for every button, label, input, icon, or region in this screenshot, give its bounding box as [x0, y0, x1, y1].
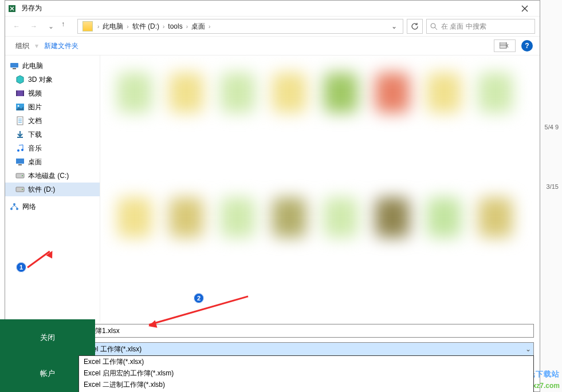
- svg-rect-7: [16, 90, 17, 96]
- window-title: 另存为: [21, 3, 513, 13]
- bg-date-1: 5/4 9: [545, 124, 559, 130]
- tree-item-label: 桌面: [28, 157, 42, 167]
- tree-item-label: 本地磁盘 (C:): [28, 171, 69, 181]
- chevron-right-icon: ›: [209, 23, 210, 30]
- nav-bar: ← → ⌄ ↑ › 此电脑 › 软件 (D:) › tools › 桌面 › ⌄…: [5, 17, 540, 36]
- view-mode-button[interactable]: [494, 39, 516, 52]
- svg-line-2: [435, 27, 437, 30]
- filetype-option[interactable]: Excel 工作簿(*.xlsx): [79, 356, 533, 367]
- breadcrumb-dropdown-icon[interactable]: ⌄: [388, 22, 400, 30]
- toolbar: 组织 ▾ 新建文件夹 ?: [5, 36, 540, 56]
- svg-rect-19: [18, 164, 22, 165]
- pc-icon: [10, 61, 19, 70]
- file-list-area[interactable]: [100, 56, 540, 322]
- bg-date-2: 3/15: [547, 183, 559, 190]
- back-button[interactable]: ←: [10, 19, 23, 33]
- tree-item-label: 文档: [28, 116, 42, 126]
- doc-icon: [15, 116, 25, 125]
- svg-rect-8: [23, 90, 24, 96]
- folder-icon: [82, 21, 93, 31]
- download-icon: [15, 130, 25, 139]
- svg-rect-6: [16, 90, 24, 96]
- chevron-right-icon: ›: [127, 23, 128, 30]
- annotation-badge-2: 2: [194, 293, 204, 303]
- background-panel: 5/4 9 3/15: [539, 0, 562, 392]
- chevron-right-icon: ›: [163, 23, 164, 30]
- svg-point-10: [18, 105, 19, 107]
- filetype-select[interactable]: Excel 工作簿(*.xlsx) ⌄: [77, 342, 534, 356]
- svg-rect-3: [500, 42, 506, 48]
- refresh-button[interactable]: [407, 19, 423, 34]
- video-icon: [15, 89, 25, 98]
- tree-item-label: 3D 对象: [28, 75, 53, 85]
- backstage-close[interactable]: 关闭: [0, 319, 95, 356]
- search-placeholder: 在 桌面 中搜索: [441, 22, 486, 31]
- annotation-badge-1: 1: [16, 262, 26, 272]
- tree-item[interactable]: 下载: [5, 128, 100, 141]
- search-icon: [430, 23, 438, 30]
- excel-icon: [9, 4, 18, 13]
- titlebar: 另存为: [5, 1, 540, 17]
- breadcrumb-seg[interactable]: tools: [167, 21, 183, 31]
- close-button[interactable]: [513, 2, 536, 15]
- breadcrumb-seg[interactable]: 软件 (D:): [131, 21, 160, 33]
- tree-item-label: 音乐: [28, 144, 42, 153]
- music-icon: [15, 144, 25, 153]
- svg-rect-5: [13, 68, 16, 69]
- svg-point-21: [22, 175, 23, 176]
- filetype-option[interactable]: Excel 启用宏的工作簿(*.xlsm): [79, 367, 533, 379]
- search-input[interactable]: 在 桌面 中搜索: [426, 19, 535, 34]
- chevron-right-icon: ›: [97, 23, 99, 30]
- recent-dropdown-icon[interactable]: ⌄: [44, 19, 58, 33]
- tree-item[interactable]: 桌面: [5, 155, 100, 169]
- breadcrumb[interactable]: › 此电脑 › 软件 (D:) › tools › 桌面 › ⌄: [77, 19, 403, 34]
- breadcrumb-seg[interactable]: 此电脑: [101, 21, 124, 33]
- help-button[interactable]: ?: [521, 40, 533, 52]
- tree-item-label: 下载: [28, 130, 42, 140]
- chevron-right-icon: ›: [186, 23, 188, 30]
- svg-point-25: [10, 208, 13, 210]
- tree-item-label: 图片: [28, 102, 42, 112]
- up-button[interactable]: ↑: [61, 20, 74, 33]
- network-icon: [10, 202, 19, 211]
- breadcrumb-seg[interactable]: 桌面: [190, 21, 206, 33]
- svg-rect-18: [16, 159, 24, 164]
- tree-item-label: 此电脑: [22, 61, 43, 71]
- chevron-down-icon: ▾: [35, 42, 38, 50]
- blurred-thumbnails: [106, 61, 534, 316]
- svg-point-17: [21, 149, 23, 151]
- tree-item[interactable]: 3D 对象: [5, 73, 100, 86]
- chevron-down-icon: ⌄: [525, 345, 531, 353]
- organize-menu[interactable]: 组织: [12, 39, 33, 53]
- new-folder-button[interactable]: 新建文件夹: [41, 39, 82, 53]
- tree-item-label: 软件 (D:): [28, 185, 55, 195]
- svg-point-24: [13, 203, 15, 205]
- desktop-icon: [15, 157, 25, 167]
- tree-item[interactable]: 软件 (D:): [5, 183, 100, 196]
- tree-item[interactable]: 音乐: [5, 141, 100, 155]
- forward-button[interactable]: →: [27, 19, 41, 33]
- svg-point-16: [17, 149, 19, 152]
- svg-point-1: [431, 23, 435, 28]
- tree-item[interactable]: 视频: [5, 86, 100, 100]
- tree-item-label: 网络: [22, 202, 36, 212]
- tree-item[interactable]: 此电脑: [5, 59, 100, 73]
- disk-icon: [15, 171, 25, 180]
- filetype-option[interactable]: Excel 二进制工作簿(*.xlsb): [79, 379, 533, 390]
- svg-rect-4: [10, 63, 18, 68]
- cube-icon: [15, 75, 25, 84]
- tree-item[interactable]: 网络: [5, 200, 100, 213]
- svg-point-26: [16, 208, 18, 210]
- tree-item[interactable]: 文档: [5, 114, 100, 128]
- filetype-dropdown[interactable]: Excel 工作簿(*.xlsx)Excel 启用宏的工作簿(*.xlsm)Ex…: [78, 355, 534, 392]
- tree-item[interactable]: 图片: [5, 100, 100, 114]
- picture-icon: [15, 102, 25, 112]
- disk-icon: [15, 185, 25, 194]
- svg-point-23: [22, 189, 23, 190]
- tree-item[interactable]: 本地磁盘 (C:): [5, 169, 100, 183]
- tree-item-label: 视频: [28, 89, 42, 98]
- folder-tree[interactable]: 此电脑3D 对象视频图片文档下载音乐桌面本地磁盘 (C:)软件 (D:)网络: [5, 56, 100, 322]
